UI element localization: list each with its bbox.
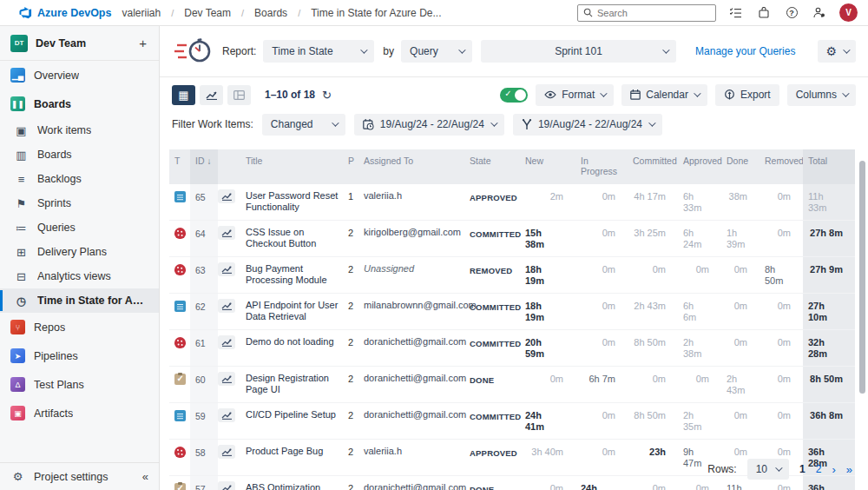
col-done[interactable]: Done <box>721 149 760 184</box>
table-row[interactable]: 60 Design Registration Page UI 2 doranic… <box>169 367 855 403</box>
col-committed[interactable]: Committed <box>628 149 678 184</box>
col-assigned-to[interactable]: Assigned To <box>358 149 464 184</box>
breadcrumb-hub[interactable]: Boards <box>254 7 287 19</box>
col-removed[interactable]: Removed <box>760 149 803 184</box>
queries-icon: ≔ <box>14 222 29 235</box>
user-settings-icon[interactable] <box>812 5 827 21</box>
col-approved[interactable]: Approved <box>678 149 721 184</box>
row-chart-button[interactable] <box>218 299 235 313</box>
table-row[interactable]: 61 Demo do not loading 2 doranichetti@gm… <box>169 330 855 367</box>
sidebar-item-pipelines[interactable]: ➤ Pipelines <box>0 341 159 370</box>
settings-dropdown-button[interactable]: ⚙ <box>818 40 856 63</box>
help-icon[interactable]: ? <box>784 5 799 21</box>
sidebar-item-test-plans[interactable]: Δ Test Plans <box>0 370 159 399</box>
date-range-select[interactable]: 19/Aug/24 - 22/Aug/24 <box>354 114 504 136</box>
breadcrumb-org[interactable]: valeriiah <box>122 7 161 19</box>
sidebar-item-overview[interactable]: ▁▄ Overview <box>0 61 159 89</box>
marketplace-bag-icon[interactable] <box>756 5 772 21</box>
work-item-title: CSS Issue on Checkout Button <box>240 221 343 256</box>
grid-view-button[interactable]: ▦ <box>172 85 195 105</box>
page-1[interactable]: 1 <box>799 463 806 475</box>
page-2[interactable]: 2 <box>816 463 822 475</box>
azure-devops-home[interactable]: Azure DevOps <box>19 6 111 19</box>
user-avatar[interactable]: V <box>839 3 858 22</box>
col-new[interactable]: New <box>520 149 575 184</box>
sidebar-item-sprints[interactable]: ⚑ Sprints <box>0 191 159 215</box>
table-row[interactable]: 63 Bug Payment Processing Module 2 Unass… <box>169 257 855 294</box>
overview-icon: ▁▄ <box>10 68 25 83</box>
sidebar-item-repos[interactable]: ⑂ Repos <box>0 313 159 341</box>
add-panel-button[interactable]: + <box>137 36 148 50</box>
row-chart-button[interactable] <box>218 372 235 386</box>
mode-select[interactable]: Query <box>401 40 472 63</box>
story-icon <box>174 301 186 312</box>
format-button[interactable]: Format <box>536 84 614 106</box>
report-select[interactable]: Time in State <box>263 40 374 63</box>
enabled-toggle[interactable]: ✓ <box>500 88 528 103</box>
export-button[interactable]: Export <box>715 84 779 106</box>
line-chart-icon <box>221 192 233 201</box>
col-id[interactable]: ID ↓ <box>190 149 218 184</box>
row-chart-button[interactable] <box>218 262 235 276</box>
col-title[interactable]: Title <box>240 149 343 184</box>
sidebar-item-delivery-plans[interactable]: ⊞ Delivery Plans <box>0 240 159 264</box>
table-row[interactable]: 62 API Endpoint for User Data Retrieval … <box>169 294 855 330</box>
breadcrumb-page[interactable]: Time in State for Azure De... <box>311 7 441 19</box>
table-row[interactable]: 59 CI/CD Pipeline Setup 2 doranichetti@g… <box>169 403 855 440</box>
sidebar-item-artifacts[interactable]: ▣ Artifacts <box>0 399 159 427</box>
time-committed: 23h <box>628 440 678 475</box>
row-chart-button[interactable] <box>218 189 235 203</box>
pagination: Rows: 10 1 2 › » <box>707 459 852 480</box>
col-type[interactable]: T <box>169 149 190 184</box>
search-input[interactable] <box>597 8 701 18</box>
sidebar-item-queries[interactable]: ≔ Queries <box>0 215 159 240</box>
manage-queries-link[interactable]: Manage your Queries <box>695 45 795 57</box>
table-row[interactable]: 64 CSS Issue on Checkout Button 2 kirigo… <box>169 221 855 257</box>
vertical-scrollbar[interactable] <box>859 161 865 394</box>
row-chart-button[interactable] <box>218 335 235 349</box>
sidebar-item-boards-hub[interactable]: ❚❚ Boards <box>0 89 159 118</box>
sidebar-item-analytics-views[interactable]: ⊟ Analytics views <box>0 264 159 288</box>
row-chart-button[interactable] <box>218 445 235 459</box>
row-chart-button[interactable] <box>218 226 235 240</box>
sidebar-item-time-in-state[interactable]: ◷ Time in State for Azure DevO... <box>0 288 159 313</box>
time-in-progress: 0m <box>575 440 628 475</box>
sidebar-item-backlogs[interactable]: ≡ Backlogs <box>0 167 159 191</box>
calendar-button[interactable]: Calendar <box>621 84 707 106</box>
sprint-range-select[interactable]: 19/Aug/24 - 22/Aug/24 <box>513 114 662 136</box>
chevron-down-icon <box>600 89 607 96</box>
sidebar-item-work-items[interactable]: ▣ Work items <box>0 118 159 142</box>
collapse-sidebar-button[interactable]: « <box>142 470 148 483</box>
time-new: 15h 38m <box>520 221 575 256</box>
state-label: DONE <box>464 367 520 402</box>
search-box[interactable] <box>577 4 716 22</box>
time-committed: 0m <box>628 476 678 490</box>
chart-view-button[interactable] <box>200 85 223 105</box>
task-list-icon[interactable] <box>728 5 744 21</box>
changed-filter-select[interactable]: Changed <box>262 114 345 136</box>
line-chart-icon <box>221 411 233 420</box>
page-size-select[interactable]: 10 <box>747 459 789 480</box>
col-in-progress[interactable]: In Progress <box>575 149 628 184</box>
row-chart-button[interactable] <box>218 408 235 422</box>
time-new: 0m <box>520 476 575 490</box>
refresh-icon[interactable]: ↻ <box>322 89 332 102</box>
time-total: 32h 28m <box>803 330 855 366</box>
col-state[interactable]: State <box>464 149 520 184</box>
board-view-button[interactable] <box>227 85 251 105</box>
sidebar-item-boards[interactable]: ▥ Boards <box>0 142 159 167</box>
time-in-progress: 6h 7m <box>575 367 628 402</box>
last-page-icon[interactable]: » <box>846 463 852 476</box>
next-page-icon[interactable]: › <box>832 463 835 476</box>
time-approved: 0m <box>678 367 721 402</box>
breadcrumb-project[interactable]: Dev Team <box>184 7 231 19</box>
col-total[interactable]: Total <box>803 149 855 184</box>
row-chart-button[interactable] <box>218 481 235 490</box>
table-row[interactable]: 65 User Password Reset Functionality 1 v… <box>169 184 855 221</box>
project-settings[interactable]: ⚙ Project settings « <box>0 462 159 490</box>
col-priority[interactable]: P <box>343 149 358 184</box>
query-select[interactable]: Sprint 101 <box>481 40 676 63</box>
team-avatar: DT <box>10 35 28 52</box>
columns-button[interactable]: Columns <box>787 84 856 106</box>
filter-label: Filter Work Items: <box>172 118 253 130</box>
